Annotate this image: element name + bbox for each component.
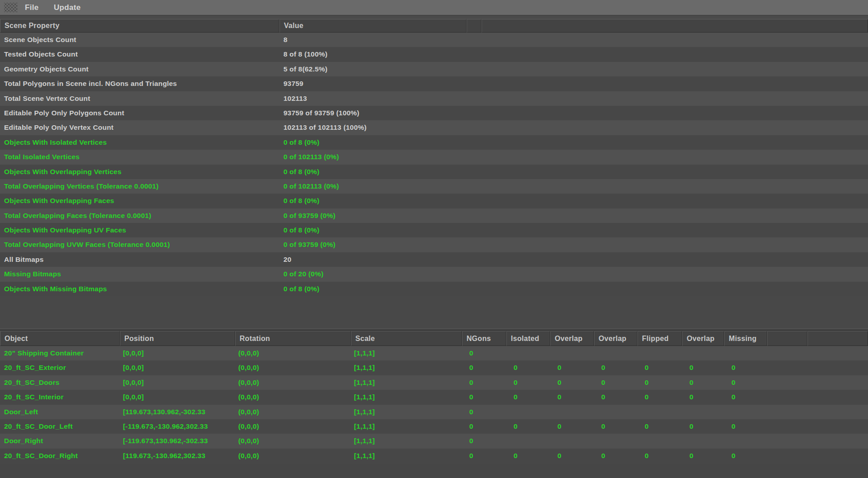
- scene-property-value: 0 of 93759 (0%): [283, 237, 335, 252]
- object-overlap-2-cell: 0: [594, 360, 637, 375]
- object-row[interactable]: Door_Right [-119.673,130.962,-302.33 (0,…: [0, 434, 868, 448]
- object-ngons-cell: 0: [462, 375, 506, 390]
- object-overlap-1-cell: 0: [550, 375, 594, 390]
- object-overlap-2-cell: [594, 434, 637, 448]
- objects-col-header-missing[interactable]: Missing: [724, 331, 767, 346]
- scene-property-label: Total Overlapping UVW Faces (Tolerance 0…: [4, 237, 170, 252]
- object-flipped-cell: [637, 405, 682, 419]
- object-name-cell: 20_ft_SC_Door_Left: [0, 419, 120, 434]
- object-ngons-cell: 0: [462, 360, 506, 375]
- scene-property-value: 0 of 20 (0%): [283, 267, 324, 281]
- object-missing-cell: [724, 346, 767, 360]
- objects-table-header: Object Position Rotation Scale NGons Iso…: [0, 331, 868, 346]
- scene-property-value: 0 of 102113 (0%): [283, 150, 339, 164]
- scene-property-row: Total Overlapping Faces (Tolerance 0.000…: [0, 208, 868, 223]
- scene-property-label: Editable Poly Only Vertex Count: [4, 120, 113, 135]
- object-row[interactable]: 20" Shipping Container [0,0,0] (0,0,0) […: [0, 346, 868, 360]
- objects-col-header-isolated[interactable]: Isolated: [506, 331, 550, 346]
- objects-col-header-position[interactable]: Position: [120, 331, 235, 346]
- menu-update[interactable]: Update: [54, 0, 80, 15]
- scene-property-row: Editable Poly Only Polygons Count 93759 …: [0, 106, 868, 120]
- scene-property-label: Total Scene Vertex Count: [4, 91, 90, 106]
- scene-property-value: 93759: [283, 76, 303, 91]
- objects-col-header-scale[interactable]: Scale: [351, 331, 462, 346]
- object-ngons-cell: 0: [462, 405, 506, 419]
- scene-table-header: Scene Property Value: [0, 19, 868, 33]
- bottom-empty-area: [0, 464, 868, 478]
- object-row[interactable]: Door_Left [119.673,130.962,-302.33 (0,0,…: [0, 405, 868, 419]
- object-overlap-2-cell: [594, 346, 637, 360]
- object-overlap-2-cell: 0: [594, 449, 637, 463]
- scene-property-row: Objects With Overlapping Faces 0 of 8 (0…: [0, 194, 868, 208]
- toolbar-grip-icon[interactable]: [4, 3, 18, 12]
- object-position-cell: [-119.673,130.962,-302.33: [120, 434, 235, 448]
- scene-col-header-value[interactable]: Value: [279, 19, 467, 33]
- object-row[interactable]: 20_ft_SC_Doors [0,0,0] (0,0,0) [1,1,1] 0…: [0, 375, 868, 390]
- object-isolated-cell: [506, 405, 550, 419]
- object-row[interactable]: 20_ft_SC_Door_Left [-119.673,-130.962,30…: [0, 419, 868, 434]
- scene-property-label: Total Polygons in Scene incl. NGons and …: [4, 76, 177, 91]
- object-ngons-cell: 0: [462, 346, 506, 360]
- object-rotation-cell: (0,0,0): [235, 360, 351, 375]
- scene-property-label: Editable Poly Only Polygons Count: [4, 106, 124, 120]
- objects-col-header-flipped[interactable]: Flipped: [637, 331, 682, 346]
- object-position-cell: [-119.673,-130.962,302.33: [120, 419, 235, 434]
- object-scale-cell: [1,1,1]: [351, 434, 462, 448]
- scene-property-row: Total Scene Vertex Count 102113: [0, 91, 868, 106]
- object-overlap-3-cell: 0: [682, 449, 724, 463]
- objects-col-header-object[interactable]: Object: [0, 331, 120, 346]
- scene-property-row: Objects With Overlapping Vertices 0 of 8…: [0, 165, 868, 179]
- object-ngons-cell: 0: [462, 449, 506, 463]
- object-overlap-2-cell: 0: [594, 375, 637, 390]
- object-rotation-cell: (0,0,0): [235, 390, 351, 404]
- scene-property-value: 0 of 8 (0%): [283, 194, 320, 208]
- objects-col-header-overlap-3[interactable]: Overlap: [682, 331, 724, 346]
- scene-property-row: Missing Bitmaps 0 of 20 (0%): [0, 267, 868, 281]
- object-flipped-cell: 0: [637, 449, 682, 463]
- scene-property-label: Objects With Overlapping Vertices: [4, 165, 122, 179]
- scene-property-value: 0 of 8 (0%): [283, 223, 320, 237]
- object-position-cell: [0,0,0]: [120, 375, 235, 390]
- scene-property-value: 8: [283, 33, 288, 47]
- object-missing-cell: [724, 405, 767, 419]
- scene-property-label: Tested Objects Count: [4, 47, 78, 62]
- object-rotation-cell: (0,0,0): [235, 419, 351, 434]
- object-isolated-cell: 0: [506, 360, 550, 375]
- object-row[interactable]: 20_ft_SC_Door_Right [119.673,-130.962,30…: [0, 449, 868, 463]
- scene-col-header-property[interactable]: Scene Property: [0, 19, 279, 33]
- object-flipped-cell: 0: [637, 375, 682, 390]
- scene-property-label: Objects With Missing Bitmaps: [4, 282, 107, 296]
- scene-property-label: Scene Objects Count: [4, 33, 76, 47]
- objects-col-header-overlap-1[interactable]: Overlap: [550, 331, 594, 346]
- object-isolated-cell: [506, 346, 550, 360]
- object-rotation-cell: (0,0,0): [235, 449, 351, 463]
- scene-property-value: 0 of 8 (0%): [283, 282, 320, 296]
- menu-file[interactable]: File: [25, 0, 39, 15]
- objects-col-header-overlap-2[interactable]: Overlap: [594, 331, 637, 346]
- scene-property-row: Editable Poly Only Vertex Count 102113 o…: [0, 120, 868, 135]
- object-scale-cell: [1,1,1]: [351, 405, 462, 419]
- scene-property-row: Scene Objects Count 8: [0, 33, 868, 47]
- objects-col-header-ngons[interactable]: NGons: [462, 331, 506, 346]
- scene-property-label: Objects With Overlapping Faces: [4, 194, 114, 208]
- object-row[interactable]: 20_ft_SC_Interior [0,0,0] (0,0,0) [1,1,1…: [0, 390, 868, 404]
- object-isolated-cell: 0: [506, 449, 550, 463]
- objects-col-header-rotation[interactable]: Rotation: [235, 331, 351, 346]
- scene-property-label: Objects With Isolated Vertices: [4, 135, 107, 150]
- object-flipped-cell: 0: [637, 360, 682, 375]
- scene-col-header-empty-1: [467, 19, 481, 33]
- object-row[interactable]: 20_ft_SC_Exterior [0,0,0] (0,0,0) [1,1,1…: [0, 360, 868, 375]
- object-position-cell: [119.673,130.962,-302.33: [120, 405, 235, 419]
- scene-property-label: Total Isolated Vertices: [4, 150, 80, 164]
- scene-col-header-empty-2: [481, 19, 868, 33]
- object-overlap-1-cell: 0: [550, 390, 594, 404]
- scene-property-label: Geometry Objects Count: [4, 62, 89, 76]
- tables-gap: [0, 297, 868, 328]
- scene-property-value: 20: [283, 252, 292, 267]
- object-flipped-cell: 0: [637, 419, 682, 434]
- object-overlap-2-cell: 0: [594, 390, 637, 404]
- object-scale-cell: [1,1,1]: [351, 346, 462, 360]
- object-name-cell: 20_ft_SC_Exterior: [0, 360, 120, 375]
- object-overlap-3-cell: [682, 434, 724, 448]
- object-scale-cell: [1,1,1]: [351, 419, 462, 434]
